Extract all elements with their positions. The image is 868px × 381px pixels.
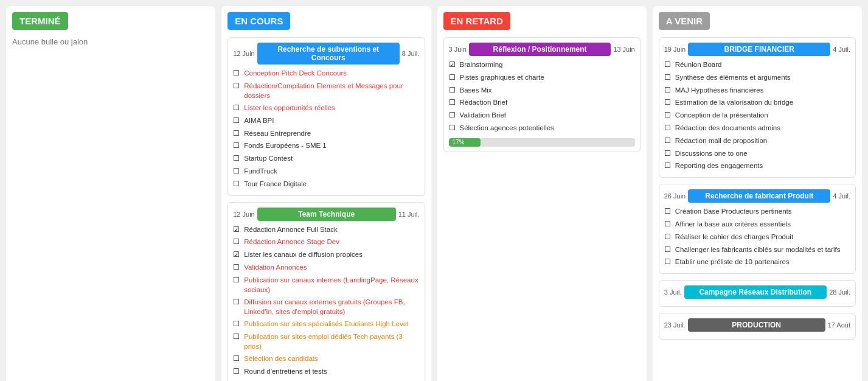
task-checkbox-icon: ☐ bbox=[233, 354, 241, 364]
task-item: ☐Diffusion sur canaux externes gratuits … bbox=[233, 296, 419, 318]
task-checkbox-icon: ☐ bbox=[664, 206, 673, 217]
card-start-date: 12 Juin bbox=[233, 211, 254, 218]
task-item: ☐Bases Mix bbox=[449, 84, 635, 97]
task-item: ☑Rédaction Annonce Full Stack bbox=[233, 223, 419, 236]
task-item: ☐Challenger les fabricants ciblés sur mo… bbox=[664, 243, 850, 256]
task-text: Création Base Producteurs pertinents bbox=[675, 206, 850, 216]
task-item: ☐Tour France Digitale bbox=[233, 178, 419, 190]
task-checkbox-icon: ☐ bbox=[233, 179, 241, 189]
card-title: Recherche de fabricant Produit bbox=[688, 189, 830, 203]
card-header-row: 12 JuinTeam Technique11 Juil. bbox=[233, 208, 419, 221]
task-item: ☐Estimation de la valorisation du bridge bbox=[664, 96, 850, 109]
task-text: Validation Annonces bbox=[244, 262, 419, 272]
card-card-reflexion: 3 JuinRéflexion / Positionnement13 Juin☑… bbox=[443, 37, 641, 152]
task-item: ☑Lister les canaux de diffusion propices bbox=[233, 248, 419, 261]
card-end-date: 4 Juil. bbox=[833, 46, 850, 53]
card-end-date: 8 Juil. bbox=[402, 50, 420, 57]
task-item: ☐Rédaction Brief bbox=[449, 96, 635, 109]
task-text: Réunion Board bbox=[675, 60, 850, 69]
task-text: Lister les canaux de diffusion propices bbox=[244, 250, 419, 259]
card-title: Team Technique bbox=[257, 208, 396, 221]
task-item: ☐Sélection agences potentielles bbox=[449, 122, 635, 135]
task-item: ☐Conception Pitch Deck Concours bbox=[233, 67, 419, 80]
card-start-date: 12 Juin bbox=[233, 50, 254, 57]
column-termine: TERMINÉAucune bulle ou jalon bbox=[6, 6, 215, 381]
task-item: ☐Affiner la base aux critères essentiels bbox=[664, 218, 850, 231]
task-checkbox-icon: ☐ bbox=[233, 68, 241, 79]
card-start-date: 26 Juin bbox=[664, 192, 686, 200]
task-checkbox-icon: ☑ bbox=[233, 225, 241, 235]
card-header-row: 23 Juil.PRODUCTION17 Août bbox=[664, 318, 850, 332]
task-item: ☐Rédaction des documents admins bbox=[664, 122, 850, 135]
task-item: ☐Publication sur canaux internes (Landin… bbox=[233, 274, 419, 296]
task-list: ☑Rédaction Annonce Full Stack☐Rédaction … bbox=[233, 223, 419, 381]
task-item: ☐Sélection des candidats bbox=[233, 352, 419, 365]
task-text: Rédaction/Compilation Elements et Messag… bbox=[244, 81, 419, 100]
task-item: ☐Réseau Entreprendre bbox=[233, 127, 419, 140]
card-header-row: 12 JuinRecherche de subventions et Conco… bbox=[233, 43, 419, 65]
column-header-encours: EN COURS bbox=[227, 12, 290, 30]
card-header-row: 26 JuinRecherche de fabricant Produit4 J… bbox=[664, 189, 850, 203]
task-text: Discussions one to one bbox=[675, 149, 850, 158]
empty-message: Aucune bulle ou jalon bbox=[12, 37, 209, 46]
task-item: ☐Etablir une préliste de 10 partenaires bbox=[664, 256, 850, 268]
task-item: ☐Startup Contest bbox=[233, 152, 419, 165]
task-checkbox-icon: ☐ bbox=[664, 245, 673, 255]
task-checkbox-icon: ☐ bbox=[664, 136, 673, 146]
task-text: Rédaction Annonce Stage Dev bbox=[244, 237, 419, 246]
task-item: ☐Rédaction mail de proposition bbox=[664, 135, 850, 147]
card-end-date: 4 Juil. bbox=[833, 192, 850, 200]
task-checkbox-icon: ☐ bbox=[664, 123, 673, 133]
task-checkbox-icon: ☐ bbox=[664, 219, 673, 229]
task-text: Round d'entretiens et tests bbox=[244, 366, 419, 376]
task-checkbox-icon: ☐ bbox=[233, 332, 241, 342]
task-item: ☐Débrief et shortlist bbox=[233, 378, 419, 381]
task-checkbox-icon: ☐ bbox=[664, 257, 673, 267]
task-text: Challenger les fabricants ciblés sur mod… bbox=[675, 245, 850, 254]
task-checkbox-icon: ☐ bbox=[233, 237, 241, 247]
task-checkbox-icon: ☐ bbox=[664, 161, 673, 171]
task-checkbox-icon: ☐ bbox=[233, 297, 241, 307]
task-checkbox-icon: ☑ bbox=[449, 60, 457, 70]
task-checkbox-icon: ☐ bbox=[449, 72, 457, 83]
card-title: PRODUCTION bbox=[688, 318, 825, 332]
task-text: Publication sur sites spécialisés Etudia… bbox=[244, 319, 419, 329]
task-checkbox-icon: ☐ bbox=[233, 366, 241, 377]
task-item: ☐Reporting des engagements bbox=[664, 159, 850, 172]
task-text: Brainstorming bbox=[460, 60, 635, 69]
card-header-row: 3 Juil.Campagne Réseaux Distribution28 J… bbox=[664, 285, 850, 299]
task-text: Publication sur canaux internes (Landing… bbox=[244, 275, 419, 295]
progress-label: 17% bbox=[453, 138, 465, 147]
task-item: ☐Discussions one to one bbox=[664, 147, 850, 160]
column-header-avenir: A VENIR bbox=[659, 12, 710, 30]
task-list: ☐Réunion Board☐Synthèse des éléments et … bbox=[664, 58, 850, 172]
task-list: ☐Conception Pitch Deck Concours☐Rédactio… bbox=[233, 67, 419, 190]
task-text: Rédaction Brief bbox=[460, 97, 635, 107]
task-checkbox-icon: ☐ bbox=[449, 110, 457, 121]
card-title: Réflexion / Positionnement bbox=[469, 43, 611, 56]
task-item: ☐Lister les opportunités réelles bbox=[233, 102, 419, 114]
task-text: Synthèse des éléments et arguments bbox=[675, 72, 850, 82]
task-checkbox-icon: ☐ bbox=[233, 319, 241, 329]
task-text: Réaliser le cahier des charges Produit bbox=[675, 232, 850, 242]
task-text: Reporting des engagements bbox=[675, 161, 850, 170]
task-checkbox-icon: ☐ bbox=[449, 123, 457, 133]
task-text: FundTruck bbox=[244, 166, 419, 176]
task-text: Bases Mix bbox=[460, 85, 635, 95]
task-text: Rédaction Annonce Full Stack bbox=[244, 225, 419, 234]
task-item: ☐Réunion Board bbox=[664, 58, 850, 71]
task-text: Lister les opportunités réelles bbox=[244, 103, 419, 113]
card-card-bridge: 19 JuinBRIDGE FINANCIER4 Juil.☐Réunion B… bbox=[659, 37, 856, 178]
task-text: Fonds Européens - SME 1 bbox=[244, 141, 419, 150]
progress-bar-container: 17% bbox=[449, 138, 635, 147]
task-checkbox-icon: ☐ bbox=[664, 97, 673, 108]
task-checkbox-icon: ☐ bbox=[233, 116, 241, 126]
task-checkbox-icon: ☐ bbox=[664, 72, 673, 83]
task-item: ☐Publication sur sites spécialisés Etudi… bbox=[233, 318, 419, 330]
column-avenir: A VENIR19 JuinBRIDGE FINANCIER4 Juil.☐Ré… bbox=[653, 6, 862, 381]
task-text: Diffusion sur canaux externes gratuits (… bbox=[244, 297, 419, 316]
task-text: Affiner la base aux critères essentiels bbox=[675, 219, 850, 229]
task-text: Rédaction mail de proposition bbox=[675, 136, 850, 145]
card-card-subventions: 12 JuinRecherche de subventions et Conco… bbox=[227, 37, 425, 196]
task-item: ☐MAJ Hypothèses financières bbox=[664, 84, 850, 97]
